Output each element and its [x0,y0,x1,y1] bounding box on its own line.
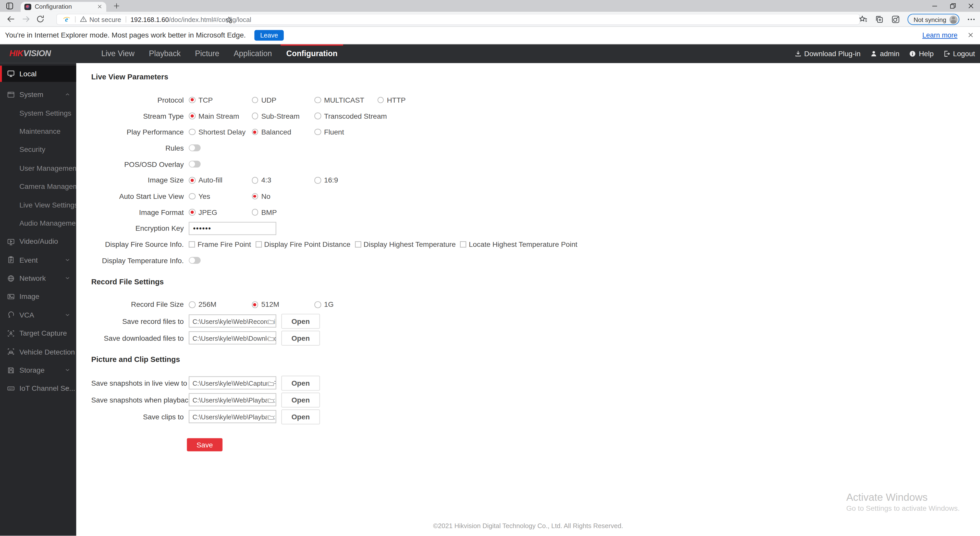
radio-button[interactable] [314,113,321,119]
sidebar-item-local[interactable]: Local [0,65,76,81]
open-button[interactable]: Open [281,393,320,407]
frame-fire-point-checkbox-option[interactable]: Frame Fire Point [189,241,251,248]
admin-button[interactable]: admin [870,50,900,57]
16-9-radio-option[interactable]: 16:9 [314,177,377,184]
shortest-delay-radio-option[interactable]: Shortest Delay [189,128,251,136]
save-record-files-to-input[interactable]: C:\Users\kyle\Web\RecordFiles [189,315,277,328]
sidebar-item-image[interactable]: Image [0,287,76,306]
display-fire-point-distance-checkbox-option[interactable]: Display Fire Point Distance [256,241,350,248]
radio-button[interactable] [314,177,321,183]
sidebar-item-system[interactable]: System [0,85,76,103]
radio-button[interactable] [189,113,196,119]
pos-osd-overlay-toggle[interactable] [189,161,201,168]
settings-menu-icon[interactable] [967,15,976,24]
nav-item-picture[interactable]: Picture [194,44,221,63]
save-clips-to-input[interactable]: C:\Users\kyle\Web\PlaybackFiles [189,410,277,423]
folder-icon[interactable] [267,318,274,325]
radio-button[interactable] [251,301,258,308]
open-button[interactable]: Open [281,376,320,391]
minimize-button[interactable] [926,0,944,12]
logout-button[interactable]: Logout [943,50,975,57]
fluent-radio-option[interactable]: Fluent [314,128,377,136]
banner-close-icon[interactable] [967,32,974,38]
sub-stream-radio-option[interactable]: Sub-Stream [251,112,314,120]
jpeg-radio-option[interactable]: JPEG [189,208,251,216]
checkbox[interactable] [256,241,262,247]
sidebar-item-system-settings[interactable]: System Settings [0,103,76,122]
folder-icon[interactable] [267,380,274,386]
sidebar-item-vehicle-detection[interactable]: Vehicle Detection [0,342,76,361]
multicast-radio-option[interactable]: MULTICAST [314,96,377,103]
save-snapshots-when-playback-to-input[interactable]: C:\Users\kyle\Web\PlaybackPics [189,393,277,406]
radio-button[interactable] [251,113,258,119]
restore-button[interactable] [944,0,962,12]
sidebar-item-network[interactable]: Network [0,269,76,287]
sidebar-item-vca[interactable]: VCA [0,306,76,324]
256m-radio-option[interactable]: 256M [189,301,251,309]
1g-radio-option[interactable]: 1G [314,301,377,309]
sidebar-item-video-audio[interactable]: Video/Audio [0,232,76,251]
sidebar-item-maintenance[interactable]: Maintenance [0,122,76,140]
browser-tab[interactable]: Configuration [21,2,107,12]
radio-button[interactable] [314,97,321,103]
udp-radio-option[interactable]: UDP [251,96,314,103]
nav-item-live-view[interactable]: Live View [100,44,136,63]
help-button[interactable]: Help [909,50,934,57]
forward-button[interactable] [21,14,30,24]
sidebar-item-camera-management[interactable]: Camera Management [0,177,76,196]
radio-button[interactable] [251,177,258,183]
sidebar-item-live-view-settings[interactable]: Live View Settings [0,196,76,214]
sidebar-item-user-management[interactable]: User Management [0,159,76,177]
bmp-radio-option[interactable]: BMP [251,208,314,216]
http-radio-option[interactable]: HTTP [377,96,440,103]
not-syncing-profile-button[interactable]: Not syncing [907,14,959,25]
rules-toggle[interactable] [189,145,201,152]
checkbox[interactable] [355,241,361,247]
radio-button[interactable] [189,177,196,183]
save-button[interactable]: Save [187,438,223,451]
no-radio-option[interactable]: No [251,192,314,200]
yes-radio-option[interactable]: Yes [189,192,251,200]
learn-more-link[interactable]: Learn more [922,32,958,39]
collections-icon[interactable] [875,15,883,24]
radio-button[interactable] [251,193,258,200]
radio-button[interactable] [189,301,196,308]
sidebar-item-iot-channel[interactable]: IOTIoT Channel Se... [0,379,76,398]
download-plug-in-button[interactable]: Download Plug-in [794,50,861,57]
locate-highest-temperature-point-checkbox-option[interactable]: Locate Highest Temperature Point [460,241,578,248]
display-highest-temperature-checkbox-option[interactable]: Display Highest Temperature [355,241,455,248]
back-button[interactable] [6,14,16,24]
radio-button[interactable] [314,301,321,308]
radio-button[interactable] [251,97,258,103]
nav-item-application[interactable]: Application [232,44,273,63]
tab-close-icon[interactable] [97,4,103,10]
address-bar[interactable]: e Not secure 192.168.1.60/doc/index.html… [56,14,860,25]
512m-radio-option[interactable]: 512M [251,301,314,309]
add-favorite-star-icon[interactable] [225,16,232,24]
radio-button[interactable] [189,129,196,135]
favorites-icon[interactable] [859,15,867,24]
display-temperature-info-toggle[interactable] [189,257,201,264]
sidebar-item-event[interactable]: Event [0,251,76,269]
open-button[interactable]: Open [281,314,320,329]
sidebar-item-target-capture[interactable]: Target Capture [0,324,76,342]
checkbox[interactable] [460,241,466,247]
radio-button[interactable] [189,209,196,216]
folder-icon[interactable] [267,335,274,342]
refresh-button[interactable] [36,14,45,24]
nav-item-playback[interactable]: Playback [148,44,182,63]
sidebar-item-storage[interactable]: Storage [0,361,76,379]
ie-mode-indicator-icon[interactable] [891,15,900,24]
sidebar-item-audio-management[interactable]: Audio Management [0,214,76,232]
balanced-radio-option[interactable]: Balanced [251,128,314,136]
main-stream-radio-option[interactable]: Main Stream [189,112,251,120]
save-snapshots-in-live-view-to-input[interactable]: C:\Users\kyle\Web\CaptureFiles [189,377,277,390]
sidebar-item-security[interactable]: Security [0,140,76,159]
transcoded-stream-radio-option[interactable]: Transcoded Stream [314,112,377,120]
radio-button[interactable] [314,129,321,135]
encryption-key-input[interactable]: •••••• [189,222,277,235]
new-tab-button[interactable] [113,3,120,10]
nav-item-configuration[interactable]: Configuration [285,44,339,63]
radio-button[interactable] [251,209,258,216]
leave-button[interactable]: Leave [255,30,283,41]
